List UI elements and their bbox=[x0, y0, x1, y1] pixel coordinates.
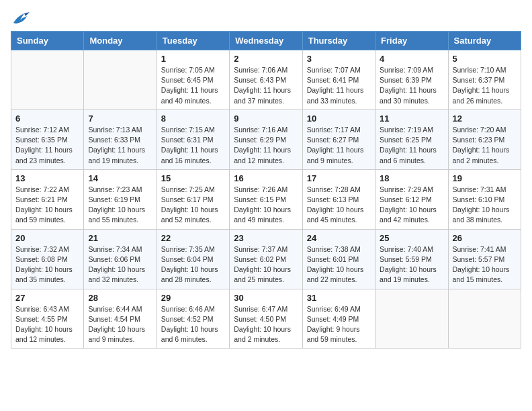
day-cell: 19Sunrise: 7:31 AM Sunset: 6:10 PM Dayli… bbox=[448, 169, 521, 229]
day-number: 4 bbox=[380, 54, 443, 64]
day-cell: 18Sunrise: 7:29 AM Sunset: 6:12 PM Dayli… bbox=[375, 169, 448, 229]
week-row-3: 13Sunrise: 7:22 AM Sunset: 6:21 PM Dayli… bbox=[11, 169, 521, 229]
day-cell: 24Sunrise: 7:38 AM Sunset: 6:01 PM Dayli… bbox=[302, 229, 375, 289]
day-number: 3 bbox=[307, 54, 371, 64]
day-cell: 12Sunrise: 7:20 AM Sunset: 6:23 PM Dayli… bbox=[448, 109, 521, 169]
day-info: Sunrise: 7:12 AM Sunset: 6:35 PM Dayligh… bbox=[15, 125, 79, 166]
day-number: 16 bbox=[234, 173, 298, 183]
day-info: Sunrise: 6:49 AM Sunset: 4:49 PM Dayligh… bbox=[307, 304, 371, 345]
day-cell: 15Sunrise: 7:25 AM Sunset: 6:17 PM Dayli… bbox=[157, 169, 229, 229]
day-info: Sunrise: 7:10 AM Sunset: 6:37 PM Dayligh… bbox=[453, 65, 517, 106]
day-number: 31 bbox=[307, 293, 371, 303]
day-info: Sunrise: 7:07 AM Sunset: 6:41 PM Dayligh… bbox=[307, 65, 371, 106]
day-number: 1 bbox=[161, 54, 225, 64]
day-number: 29 bbox=[161, 293, 225, 303]
day-cell: 22Sunrise: 7:35 AM Sunset: 6:04 PM Dayli… bbox=[157, 229, 229, 289]
day-info: Sunrise: 7:40 AM Sunset: 5:59 PM Dayligh… bbox=[380, 244, 443, 285]
day-info: Sunrise: 7:25 AM Sunset: 6:17 PM Dayligh… bbox=[161, 185, 225, 226]
day-cell: 16Sunrise: 7:26 AM Sunset: 6:15 PM Dayli… bbox=[230, 169, 302, 229]
col-header-monday: Monday bbox=[84, 32, 157, 50]
day-cell: 2Sunrise: 7:06 AM Sunset: 6:43 PM Daylig… bbox=[230, 50, 302, 110]
day-info: Sunrise: 7:29 AM Sunset: 6:12 PM Dayligh… bbox=[380, 185, 443, 226]
day-cell: 29Sunrise: 6:46 AM Sunset: 4:52 PM Dayli… bbox=[157, 289, 229, 349]
logo-icon bbox=[11, 11, 30, 26]
day-number: 30 bbox=[234, 293, 298, 303]
day-cell: 23Sunrise: 7:37 AM Sunset: 6:02 PM Dayli… bbox=[230, 229, 302, 289]
day-cell: 20Sunrise: 7:32 AM Sunset: 6:08 PM Dayli… bbox=[11, 229, 84, 289]
day-cell: 4Sunrise: 7:09 AM Sunset: 6:39 PM Daylig… bbox=[375, 50, 448, 110]
day-info: Sunrise: 6:46 AM Sunset: 4:52 PM Dayligh… bbox=[161, 304, 225, 345]
day-cell: 8Sunrise: 7:15 AM Sunset: 6:31 PM Daylig… bbox=[157, 109, 229, 169]
day-cell: 26Sunrise: 7:41 AM Sunset: 5:57 PM Dayli… bbox=[448, 229, 521, 289]
day-number: 25 bbox=[380, 233, 443, 243]
logo bbox=[11, 11, 32, 26]
day-number: 28 bbox=[88, 293, 152, 303]
day-number: 10 bbox=[307, 113, 371, 124]
day-info: Sunrise: 7:20 AM Sunset: 6:23 PM Dayligh… bbox=[453, 125, 517, 166]
day-cell: 5Sunrise: 7:10 AM Sunset: 6:37 PM Daylig… bbox=[448, 50, 521, 110]
day-number: 8 bbox=[161, 113, 225, 124]
day-number: 19 bbox=[453, 173, 517, 183]
day-number: 17 bbox=[307, 173, 371, 183]
day-cell: 21Sunrise: 7:34 AM Sunset: 6:06 PM Dayli… bbox=[84, 229, 157, 289]
day-number: 11 bbox=[380, 113, 443, 124]
day-number: 13 bbox=[15, 173, 79, 183]
day-cell: 10Sunrise: 7:17 AM Sunset: 6:27 PM Dayli… bbox=[302, 109, 375, 169]
day-cell bbox=[375, 289, 448, 349]
day-info: Sunrise: 7:19 AM Sunset: 6:25 PM Dayligh… bbox=[380, 125, 443, 166]
day-info: Sunrise: 7:41 AM Sunset: 5:57 PM Dayligh… bbox=[453, 244, 517, 285]
day-info: Sunrise: 7:34 AM Sunset: 6:06 PM Dayligh… bbox=[88, 244, 152, 285]
day-number: 24 bbox=[307, 233, 371, 243]
col-header-sunday: Sunday bbox=[11, 32, 84, 50]
day-number: 5 bbox=[453, 54, 517, 64]
day-number: 15 bbox=[161, 173, 225, 183]
day-cell: 30Sunrise: 6:47 AM Sunset: 4:50 PM Dayli… bbox=[230, 289, 302, 349]
col-header-tuesday: Tuesday bbox=[157, 32, 229, 50]
day-info: Sunrise: 7:09 AM Sunset: 6:39 PM Dayligh… bbox=[380, 65, 443, 106]
day-cell: 13Sunrise: 7:22 AM Sunset: 6:21 PM Dayli… bbox=[11, 169, 84, 229]
col-header-thursday: Thursday bbox=[302, 32, 375, 50]
col-header-wednesday: Wednesday bbox=[230, 32, 302, 50]
day-info: Sunrise: 7:22 AM Sunset: 6:21 PM Dayligh… bbox=[15, 185, 79, 226]
day-number: 2 bbox=[234, 54, 298, 64]
day-info: Sunrise: 7:17 AM Sunset: 6:27 PM Dayligh… bbox=[307, 125, 371, 166]
week-row-5: 27Sunrise: 6:43 AM Sunset: 4:55 PM Dayli… bbox=[11, 289, 521, 349]
day-cell: 28Sunrise: 6:44 AM Sunset: 4:54 PM Dayli… bbox=[84, 289, 157, 349]
day-info: Sunrise: 7:13 AM Sunset: 6:33 PM Dayligh… bbox=[88, 125, 152, 166]
day-info: Sunrise: 7:28 AM Sunset: 6:13 PM Dayligh… bbox=[307, 185, 371, 226]
day-number: 21 bbox=[88, 233, 152, 243]
day-info: Sunrise: 6:44 AM Sunset: 4:54 PM Dayligh… bbox=[88, 304, 152, 345]
day-info: Sunrise: 6:43 AM Sunset: 4:55 PM Dayligh… bbox=[15, 304, 79, 345]
day-cell: 3Sunrise: 7:07 AM Sunset: 6:41 PM Daylig… bbox=[302, 50, 375, 110]
day-info: Sunrise: 7:06 AM Sunset: 6:43 PM Dayligh… bbox=[234, 65, 298, 106]
day-number: 14 bbox=[88, 173, 152, 183]
day-info: Sunrise: 7:15 AM Sunset: 6:31 PM Dayligh… bbox=[161, 125, 225, 166]
day-cell bbox=[84, 50, 157, 110]
day-cell: 14Sunrise: 7:23 AM Sunset: 6:19 PM Dayli… bbox=[84, 169, 157, 229]
week-row-4: 20Sunrise: 7:32 AM Sunset: 6:08 PM Dayli… bbox=[11, 229, 521, 289]
day-number: 22 bbox=[161, 233, 225, 243]
week-row-2: 6Sunrise: 7:12 AM Sunset: 6:35 PM Daylig… bbox=[11, 109, 521, 169]
page-header bbox=[11, 11, 521, 26]
day-info: Sunrise: 7:32 AM Sunset: 6:08 PM Dayligh… bbox=[15, 244, 79, 285]
day-number: 18 bbox=[380, 173, 443, 183]
day-cell: 6Sunrise: 7:12 AM Sunset: 6:35 PM Daylig… bbox=[11, 109, 84, 169]
day-info: Sunrise: 7:31 AM Sunset: 6:10 PM Dayligh… bbox=[453, 185, 517, 226]
day-info: Sunrise: 7:35 AM Sunset: 6:04 PM Dayligh… bbox=[161, 244, 225, 285]
day-info: Sunrise: 7:38 AM Sunset: 6:01 PM Dayligh… bbox=[307, 244, 371, 285]
day-number: 23 bbox=[234, 233, 298, 243]
day-cell bbox=[448, 289, 521, 349]
calendar-table: SundayMondayTuesdayWednesdayThursdayFrid… bbox=[11, 31, 521, 349]
col-header-friday: Friday bbox=[375, 32, 448, 50]
day-number: 12 bbox=[453, 113, 517, 124]
day-cell bbox=[11, 50, 84, 110]
day-cell: 1Sunrise: 7:05 AM Sunset: 6:45 PM Daylig… bbox=[157, 50, 229, 110]
day-cell: 31Sunrise: 6:49 AM Sunset: 4:49 PM Dayli… bbox=[302, 289, 375, 349]
header-row: SundayMondayTuesdayWednesdayThursdayFrid… bbox=[11, 32, 521, 50]
day-info: Sunrise: 7:37 AM Sunset: 6:02 PM Dayligh… bbox=[234, 244, 298, 285]
day-number: 6 bbox=[15, 113, 79, 124]
day-info: Sunrise: 7:05 AM Sunset: 6:45 PM Dayligh… bbox=[161, 65, 225, 106]
day-info: Sunrise: 6:47 AM Sunset: 4:50 PM Dayligh… bbox=[234, 304, 298, 345]
day-info: Sunrise: 7:16 AM Sunset: 6:29 PM Dayligh… bbox=[234, 125, 298, 166]
day-info: Sunrise: 7:26 AM Sunset: 6:15 PM Dayligh… bbox=[234, 185, 298, 226]
